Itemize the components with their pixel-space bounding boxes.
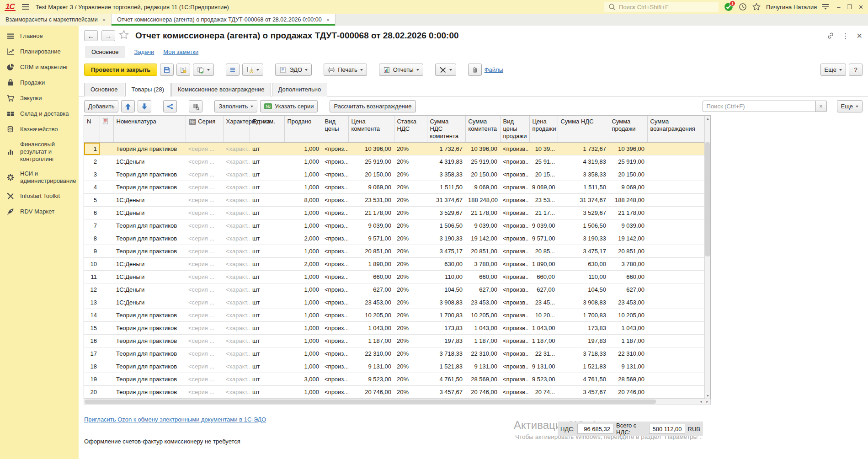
cell-price_type[interactable]: <произ... bbox=[322, 283, 348, 296]
cell-principal_sum[interactable]: 28 569,00 bbox=[465, 373, 500, 386]
cell-principal_sum[interactable]: 1 187,00 bbox=[465, 335, 500, 347]
cell-characteristic[interactable]: <характ... bbox=[223, 207, 250, 219]
cell-sold[interactable]: 1,000 bbox=[284, 283, 322, 296]
cell-fee[interactable] bbox=[647, 194, 705, 207]
cell-vat_sum[interactable]: 3 908,83 bbox=[558, 296, 609, 309]
doctab-additional[interactable]: Дополнительно bbox=[272, 83, 328, 96]
cell-nomenclature[interactable]: 1С:Деньги bbox=[113, 258, 186, 271]
main-menu-icon[interactable] bbox=[22, 4, 29, 10]
cell-nomenclature[interactable]: Теория для практиков bbox=[113, 309, 186, 322]
cell-sold[interactable]: 1,000 bbox=[284, 347, 322, 360]
cell-fee[interactable] bbox=[647, 283, 705, 296]
cell-series[interactable]: <серия ... bbox=[186, 386, 223, 399]
cell-nomenclature[interactable]: Теория для практиков bbox=[113, 335, 186, 347]
cell-n[interactable]: 10 bbox=[84, 258, 100, 271]
cell-series[interactable]: <серия ... bbox=[186, 181, 223, 194]
cell-unit[interactable]: шт bbox=[250, 168, 284, 181]
cell-price_type[interactable]: <произ... bbox=[322, 181, 348, 194]
cell-vat_rate[interactable]: 20% bbox=[394, 347, 427, 360]
cell-price_type[interactable]: <произ... bbox=[322, 155, 348, 168]
cell-principal_sum[interactable]: 21 178,00 bbox=[465, 207, 500, 219]
cell-fee[interactable] bbox=[647, 335, 705, 347]
files-link[interactable]: Файлы bbox=[485, 66, 503, 73]
table-row[interactable]: 16Теория для практиков<серия ...<характ.… bbox=[84, 335, 705, 347]
cell-nomenclature[interactable]: Теория для практиков bbox=[113, 360, 186, 373]
cell-nomenclature[interactable]: Теория для практиков bbox=[113, 168, 186, 181]
cell-series[interactable]: <серия ... bbox=[186, 347, 223, 360]
cell-principal_price[interactable]: 23 531,00 bbox=[348, 194, 394, 207]
cell-sale_price_type[interactable]: <произв... bbox=[500, 271, 529, 283]
cell-fee[interactable] bbox=[647, 258, 705, 271]
cell-unit[interactable]: шт bbox=[250, 245, 284, 258]
cell-characteristic[interactable]: <характ... bbox=[223, 360, 250, 373]
col-principal-vat[interactable]: Сумма НДС комитента bbox=[427, 116, 465, 143]
cell-sale_price[interactable]: 9 069,00 bbox=[529, 181, 558, 194]
cell-vat_sum[interactable]: 630,00 bbox=[558, 258, 609, 271]
table-row[interactable]: 18Теория для практиков<серия ...<характ.… bbox=[84, 360, 705, 373]
cell-sold[interactable]: 2,000 bbox=[284, 232, 322, 245]
cell-vat_rate[interactable]: 20% bbox=[394, 373, 427, 386]
cell-principal_price[interactable]: 22 310,00 bbox=[348, 347, 394, 360]
cell-sale_sum[interactable]: 22 310,00 bbox=[609, 347, 647, 360]
cell-vat_rate[interactable]: 20% bbox=[394, 245, 427, 258]
cell-sale_price_type[interactable]: <произв... bbox=[500, 373, 529, 386]
cell-sale_price[interactable]: 20 74... bbox=[529, 386, 558, 399]
help-button[interactable]: ? bbox=[849, 64, 863, 76]
cell-sold[interactable]: 1,000 bbox=[284, 181, 322, 194]
cell-n[interactable]: 19 bbox=[84, 373, 100, 386]
cell-price_type[interactable]: <произ... bbox=[322, 322, 348, 335]
cell-fee[interactable] bbox=[647, 207, 705, 219]
cell-series[interactable]: <серия ... bbox=[186, 335, 223, 347]
cell-principal_sum[interactable]: 22 310,00 bbox=[465, 347, 500, 360]
cell-principal_vat[interactable]: 1 521,83 bbox=[427, 360, 465, 373]
cell-vat_sum[interactable]: 31 374,67 bbox=[558, 194, 609, 207]
total-with-vat-field[interactable]: 580 112,00 bbox=[649, 424, 685, 434]
cell-principal_price[interactable]: 23 453,00 bbox=[348, 296, 394, 309]
col-fee[interactable]: Сумма вознаграждения bbox=[647, 116, 705, 143]
sidebar-item-kaznacheystvo[interactable]: Казначейство bbox=[0, 122, 79, 137]
cell-series[interactable]: <серия ... bbox=[186, 322, 223, 335]
col-vat-rate[interactable]: Ставка НДС bbox=[394, 116, 427, 143]
cell-characteristic[interactable]: <характ... bbox=[223, 322, 250, 335]
cell-sale_price[interactable]: 21 17... bbox=[529, 207, 558, 219]
cell-series[interactable]: <серия ... bbox=[186, 373, 223, 386]
cell-unit[interactable]: шт bbox=[250, 232, 284, 245]
cell-sale_price[interactable]: 627,00 bbox=[529, 283, 558, 296]
cell-price_type[interactable]: <произ... bbox=[322, 194, 348, 207]
cell-n[interactable]: 3 bbox=[84, 168, 100, 181]
cell-characteristic[interactable]: <характ... bbox=[223, 347, 250, 360]
print-button[interactable]: Печать bbox=[324, 64, 367, 76]
cell-sold[interactable]: 1,000 bbox=[284, 335, 322, 347]
cell-principal_price[interactable]: 20 851,00 bbox=[348, 245, 394, 258]
cell-sale_price_type[interactable]: <произв... bbox=[500, 194, 529, 207]
cell-sale_sum[interactable]: 660,00 bbox=[609, 271, 647, 283]
minimize-button[interactable]: – bbox=[837, 4, 840, 11]
cell-icon[interactable] bbox=[100, 386, 113, 399]
calc-fee-button[interactable]: Рассчитать вознаграждение bbox=[330, 100, 415, 112]
cell-series[interactable]: <серия ... bbox=[186, 309, 223, 322]
cell-sale_sum[interactable]: 9 131,00 bbox=[609, 360, 647, 373]
cell-principal_vat[interactable]: 4 319,83 bbox=[427, 155, 465, 168]
cell-characteristic[interactable]: <характ... bbox=[223, 143, 250, 155]
col-sold[interactable]: Продано bbox=[284, 116, 322, 143]
cell-characteristic[interactable]: <характ... bbox=[223, 283, 250, 296]
cell-n[interactable]: 16 bbox=[84, 335, 100, 347]
share-button[interactable] bbox=[163, 100, 177, 112]
cell-sale_price[interactable]: 9 571,00 bbox=[529, 232, 558, 245]
cell-unit[interactable]: шт bbox=[250, 373, 284, 386]
col-principal-sum[interactable]: Сумма комитента bbox=[465, 116, 500, 143]
cell-n[interactable]: 8 bbox=[84, 232, 100, 245]
cell-principal_price[interactable]: 20 746,00 bbox=[348, 386, 394, 399]
horizontal-scrollbar[interactable]: ◄ ► bbox=[84, 399, 711, 405]
cell-nomenclature[interactable]: 1С:Деньги bbox=[113, 207, 186, 219]
cell-principal_price[interactable]: 10 205,00 bbox=[348, 309, 394, 322]
cell-n[interactable]: 12 bbox=[84, 283, 100, 296]
cell-principal_price[interactable]: 25 919,00 bbox=[348, 155, 394, 168]
cell-sale_price_type[interactable]: <произв... bbox=[500, 386, 529, 399]
reports-button[interactable]: Отчеты bbox=[379, 64, 423, 76]
cell-price_type[interactable]: <произ... bbox=[322, 296, 348, 309]
cell-principal_price[interactable]: 1 043,00 bbox=[348, 322, 394, 335]
cell-vat_rate[interactable]: 20% bbox=[394, 296, 427, 309]
cell-vat_sum[interactable]: 4 761,50 bbox=[558, 373, 609, 386]
cell-sale_sum[interactable]: 9 069,00 bbox=[609, 181, 647, 194]
